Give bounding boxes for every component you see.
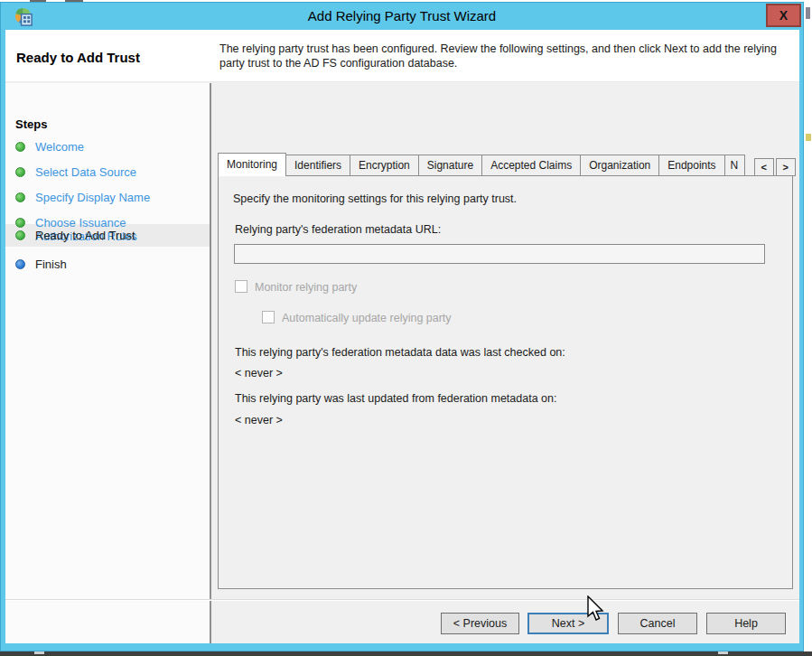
sidebar-item-welcome[interactable]: Welcome <box>5 137 210 156</box>
background-window-fragment <box>718 651 728 654</box>
last-updated-value: < never > <box>235 414 283 426</box>
step-label: Ready to Add Trust <box>35 229 187 242</box>
metadata-url-label: Relying party's federation metadata URL: <box>235 223 441 236</box>
sidebar-item-ready-to-add-trust[interactable]: Ready to Add Trust <box>5 226 210 245</box>
tab-scroll-right-button[interactable]: > <box>776 158 796 176</box>
help-button[interactable]: Help <box>706 613 786 634</box>
monitoring-tab-panel: Specify the monitoring settings for this… <box>218 175 793 589</box>
sidebar-item-select-data-source[interactable]: Select Data Source <box>5 163 210 182</box>
auto-update-relying-party-label: Automatically update relying party <box>282 312 452 324</box>
tab-encryption[interactable]: Encryption <box>350 155 419 176</box>
step-label: Welcome <box>35 140 187 154</box>
tab-monitoring[interactable]: Monitoring <box>218 153 286 176</box>
window-title: Add Relying Party Trust Wizard <box>1 8 803 23</box>
sidebar-divider <box>210 83 211 643</box>
step-done-icon <box>15 230 25 240</box>
footer-separator <box>5 599 799 601</box>
monitor-relying-party-checkbox[interactable] <box>235 280 247 293</box>
steps-heading: Steps <box>15 117 47 131</box>
tab-notes-truncated[interactable]: N <box>725 155 745 176</box>
monitor-relying-party-label: Monitor relying party <box>255 281 357 294</box>
step-label: Specify Display Name <box>35 191 187 204</box>
screen: Add Relying Party Trust Wizard X Ready t… <box>0 0 812 656</box>
sidebar-item-finish[interactable]: Finish <box>5 255 210 274</box>
dialog-body: Ready to Add Trust Steps Welcome Select … <box>5 30 799 643</box>
step-upcoming-icon <box>15 259 25 269</box>
step-done-icon <box>15 167 25 177</box>
sidebar-item-specify-display-name[interactable]: Specify Display Name <box>5 188 210 207</box>
step-label: Finish <box>35 258 187 271</box>
auto-update-relying-party-checkbox[interactable] <box>262 311 275 323</box>
step-done-icon <box>15 142 25 152</box>
tab-accepted-claims[interactable]: Accepted Claims <box>482 155 581 176</box>
background-taskbar-fragment <box>0 651 812 656</box>
monitoring-description: Specify the monitoring settings for this… <box>233 192 517 205</box>
step-label: Select Data Source <box>35 165 187 179</box>
previous-button[interactable]: < Previous <box>441 613 519 634</box>
title-bar[interactable]: Add Relying Party Trust Wizard X <box>1 3 803 30</box>
close-button[interactable]: X <box>766 4 801 27</box>
intro-text: The relying party trust has been configu… <box>219 42 790 70</box>
last-checked-label: This relying party's federation metadata… <box>235 346 565 359</box>
background-window-fragment <box>34 651 44 654</box>
tab-endpoints[interactable]: Endpoints <box>659 155 724 176</box>
tab-scroll-left-button[interactable]: < <box>754 158 774 176</box>
tab-signature[interactable]: Signature <box>419 155 482 176</box>
metadata-url-input[interactable] <box>234 244 765 264</box>
step-done-icon <box>15 192 25 202</box>
settings-tab-strip: Monitoring Identifiers Encryption Signat… <box>218 153 796 176</box>
background-window-fragment <box>806 7 810 19</box>
page-title: Ready to Add Trust <box>16 50 140 65</box>
tab-organization[interactable]: Organization <box>581 155 659 176</box>
tab-scroll-buttons: < > <box>752 158 796 176</box>
wizard-dialog: Add Relying Party Trust Wizard X Ready t… <box>0 2 804 651</box>
last-checked-value: < never > <box>235 367 283 380</box>
tab-identifiers[interactable]: Identifiers <box>286 155 350 176</box>
steps-sidebar: Steps Welcome Select Data Source Specify… <box>5 83 210 643</box>
last-updated-label: This relying party was last updated from… <box>235 392 556 405</box>
mouse-cursor-icon <box>586 595 606 624</box>
background-window-fragment <box>806 134 811 141</box>
cancel-button[interactable]: Cancel <box>618 613 697 634</box>
